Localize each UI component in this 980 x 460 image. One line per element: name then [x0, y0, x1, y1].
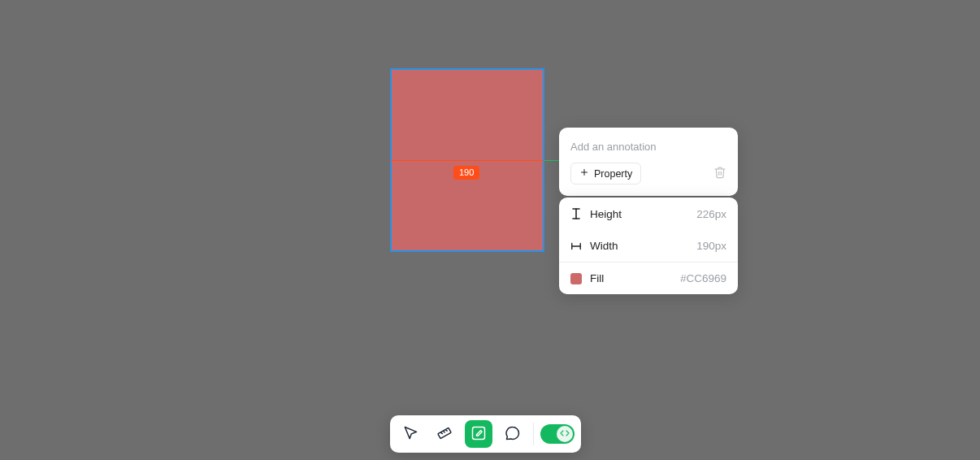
ruler-tool-button[interactable]: [431, 420, 458, 448]
toggle-knob: [557, 426, 573, 442]
shape-connector-line: [544, 160, 559, 161]
property-value: 226px: [696, 208, 726, 220]
width-icon: [570, 241, 582, 251]
svg-line-10: [444, 431, 445, 432]
plus-icon: [579, 167, 589, 180]
bottom-toolbar: [390, 415, 581, 453]
properties-panel: Height 226px Width 190px Fill #CC6969: [559, 197, 738, 294]
svg-line-11: [446, 429, 448, 431]
property-label: Width: [590, 240, 618, 252]
property-row-width[interactable]: Width 190px: [559, 230, 738, 262]
cursor-tool-button[interactable]: [397, 420, 424, 448]
add-property-button[interactable]: Property: [570, 163, 641, 184]
edit-tool-button[interactable]: [465, 420, 492, 448]
property-label: Height: [590, 208, 622, 220]
property-value: 190px: [696, 240, 726, 252]
comment-tool-button[interactable]: [499, 420, 527, 448]
annotation-input[interactable]: [570, 141, 726, 153]
property-label: Fill: [590, 272, 604, 284]
comment-icon: [505, 425, 521, 444]
svg-line-9: [441, 432, 443, 434]
shape-measure-line: [390, 160, 544, 161]
toolbar-tools-group: [397, 420, 527, 448]
property-value: #CC6969: [680, 272, 726, 284]
edit-icon: [470, 425, 487, 444]
height-icon: [570, 207, 582, 220]
annotation-panel: Property: [559, 128, 738, 196]
dimension-badge: 190: [453, 166, 479, 180]
property-row-fill[interactable]: Fill #CC6969: [559, 263, 738, 294]
svg-rect-8: [438, 427, 451, 438]
cursor-icon: [402, 425, 418, 444]
ruler-icon: [436, 425, 453, 444]
trash-icon: [713, 166, 726, 181]
code-toggle[interactable]: [540, 424, 575, 444]
property-row-height[interactable]: Height 226px: [559, 197, 738, 230]
fill-swatch-icon: [570, 273, 582, 284]
property-button-label: Property: [594, 168, 632, 180]
toolbar-separator: [533, 423, 534, 445]
code-icon: [560, 427, 570, 441]
delete-button[interactable]: [713, 166, 726, 181]
